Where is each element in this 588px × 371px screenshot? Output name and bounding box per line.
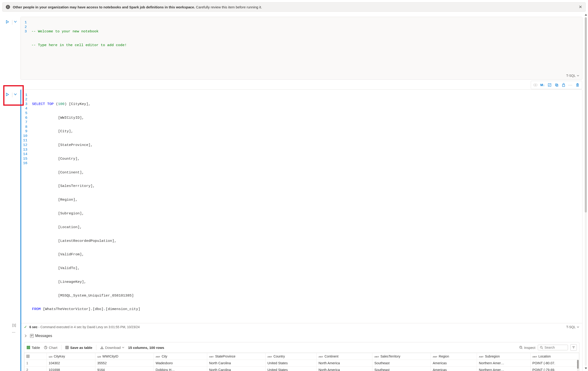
code-content[interactable]: -- Welcome to your new notebook -- Type … <box>32 20 580 71</box>
table-cell[interactable]: Americas <box>431 367 477 371</box>
table-cell[interactable]: 1 <box>24 360 47 367</box>
search-field[interactable] <box>545 346 563 349</box>
duplicate-button[interactable] <box>554 82 560 88</box>
copilot-icon[interactable] <box>532 82 538 88</box>
table-cell[interactable]: North Carolina <box>207 360 266 367</box>
svg-rect-20 <box>27 355 29 358</box>
svg-rect-17 <box>101 349 103 349</box>
search-input[interactable] <box>538 345 568 350</box>
cell-more-icon[interactable]: ··· <box>12 330 15 335</box>
column-header[interactable]: 123WWICityID <box>95 353 154 360</box>
code-editor[interactable]: 12345678 910111213141516 SELECT TOP (100… <box>21 90 582 323</box>
line-numbers: 12345678 910111213141516 <box>23 93 32 321</box>
svg-rect-5 <box>562 85 565 87</box>
table-cell[interactable]: 35552 <box>95 360 154 367</box>
success-check-icon: ✓ <box>24 325 27 329</box>
delete-button[interactable] <box>575 82 580 88</box>
messages-icon <box>30 334 34 338</box>
svg-rect-6 <box>27 346 28 347</box>
status-text: - Command executed in 4 sec by David Lev… <box>38 325 140 329</box>
table-cell[interactable]: Southeast <box>372 360 431 367</box>
results-panel: Table Chart Save as table Download <box>24 342 579 371</box>
notebook: 123 -- Welcome to your new notebook -- T… <box>0 17 588 371</box>
convert-markdown-button[interactable]: M↓ <box>539 82 546 88</box>
column-header[interactable]: 123CityKey <box>47 353 95 360</box>
chevron-right-icon[interactable] <box>24 334 27 338</box>
cell-run-dropdown[interactable] <box>14 93 19 98</box>
messages-label: Messages <box>35 334 52 338</box>
cell-run-dropdown[interactable] <box>14 20 19 25</box>
execution-index: [1] <box>12 323 16 327</box>
table-cell[interactable]: North America <box>316 360 372 367</box>
table-cell[interactable]: POINT (-79.69. <box>531 367 579 371</box>
cell-body[interactable]: M↓ ··· 12345678 9101112 <box>21 89 582 371</box>
divider <box>12 20 12 25</box>
messages-section[interactable]: Messages <box>21 330 582 339</box>
cell-body[interactable]: 123 -- Welcome to your new notebook -- T… <box>21 17 582 80</box>
cell-2: M↓ ··· 12345678 9101112 <box>2 89 588 371</box>
table-cell[interactable]: Dobbins H… <box>154 367 207 371</box>
svg-rect-10 <box>28 347 29 348</box>
svg-rect-13 <box>28 348 29 349</box>
notification-bar: i Other people in your organization may … <box>2 2 586 12</box>
table-cell[interactable]: 9164 <box>95 367 154 371</box>
divider <box>61 345 62 350</box>
code-editor[interactable]: 123 -- Welcome to your new notebook -- T… <box>21 17 582 73</box>
svg-point-1 <box>535 84 537 86</box>
svg-rect-16 <box>66 346 68 349</box>
table-row[interactable]: 21016989164Dobbins H…North CarolinaUnite… <box>24 367 579 371</box>
table-cell[interactable]: Southeast <box>372 367 431 371</box>
column-header[interactable]: ANYContinent <box>316 353 372 360</box>
view-chart-tab[interactable]: Chart <box>44 346 57 350</box>
table-cell[interactable]: 104302 <box>47 360 95 367</box>
table-cell[interactable]: North America <box>316 367 372 371</box>
inspect-button[interactable]: Inspect <box>519 346 536 350</box>
execution-status: [1] ··· ✓ 6 sec - Command executed in 4 … <box>21 323 582 330</box>
table-cell[interactable]: Northern Amer… <box>477 360 531 367</box>
table-header-row: 123CityKey 123WWICityID ANYCity ANYState… <box>24 353 579 360</box>
table-row[interactable]: 110430235552WadesboroNorth CarolinaUnite… <box>24 360 579 367</box>
table-cell[interactable]: North Carolina <box>207 367 266 371</box>
cell-toolbar: M↓ ··· <box>531 81 582 89</box>
download-button[interactable]: Download <box>100 346 125 350</box>
duration-text: 6 sec <box>29 325 37 329</box>
table-cell[interactable]: Americas <box>431 360 477 367</box>
svg-rect-12 <box>27 348 28 349</box>
column-header[interactable]: ANYLocation <box>531 353 579 360</box>
run-cell-button[interactable] <box>6 93 11 98</box>
run-cell-button[interactable] <box>6 20 11 25</box>
divider <box>96 345 96 350</box>
corner-cell[interactable] <box>24 353 47 360</box>
column-header[interactable]: ANYCountry <box>265 353 316 360</box>
more-options-button[interactable]: ··· <box>567 82 574 88</box>
close-icon[interactable]: ✕ <box>579 4 582 10</box>
lock-icon[interactable] <box>561 82 567 88</box>
column-header[interactable]: ANYStateProvince <box>207 353 266 360</box>
svg-rect-8 <box>29 346 30 347</box>
column-header[interactable]: ANYSalesTerritory <box>372 353 431 360</box>
code-content[interactable]: SELECT TOP (100) [CityKey], [WWICityID],… <box>32 93 580 321</box>
svg-rect-3 <box>556 84 557 86</box>
table-cell[interactable]: Northern Amer… <box>477 367 531 371</box>
column-header[interactable]: ANYSubregion <box>477 353 531 360</box>
save-as-table-button[interactable]: Save as table <box>65 346 92 350</box>
column-header[interactable]: ANYCity <box>154 353 207 360</box>
column-header[interactable]: ANYRegion <box>431 353 477 360</box>
table-cell[interactable]: United States <box>265 360 316 367</box>
page-scrollbar[interactable] <box>584 14 587 369</box>
results-table[interactable]: 123CityKey 123WWICityID ANYCity ANYState… <box>24 353 579 371</box>
line-numbers: 123 <box>22 20 32 71</box>
table-cell[interactable]: 101698 <box>47 367 95 371</box>
table-cell[interactable]: POINT (-80.07. <box>531 360 579 367</box>
clear-output-button[interactable] <box>546 82 553 88</box>
table-cell[interactable]: United States <box>265 367 316 371</box>
notification-text: Other people in your organization may ha… <box>13 5 262 9</box>
language-selector[interactable]: T-SQL <box>566 325 579 329</box>
language-selector[interactable]: T-SQL <box>566 74 579 78</box>
table-cell[interactable]: Wadesboro <box>154 360 207 367</box>
info-icon: i <box>6 5 10 9</box>
filter-button[interactable] <box>570 344 577 351</box>
table-cell[interactable]: 2 <box>24 367 47 371</box>
table-scrollbar[interactable] <box>577 360 579 371</box>
view-table-tab[interactable]: Table <box>27 346 40 350</box>
